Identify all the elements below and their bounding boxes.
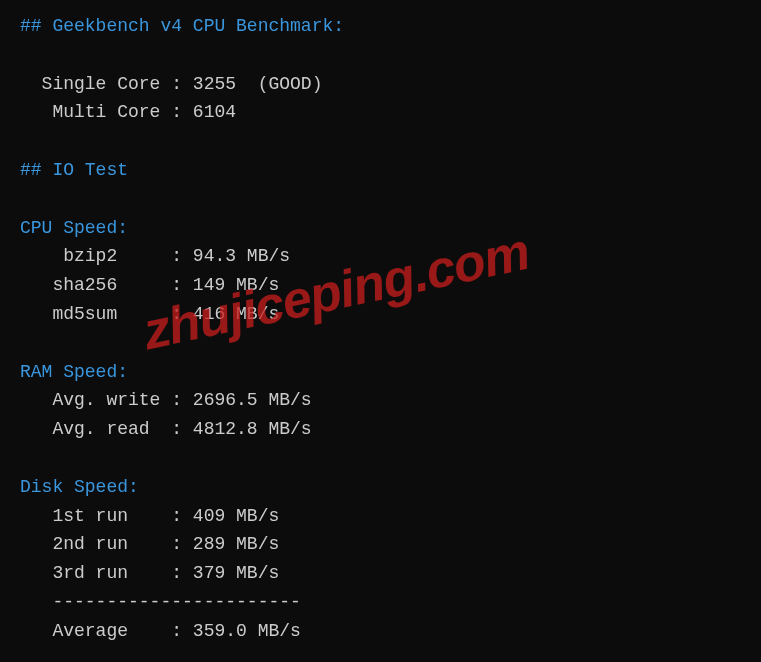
disk-run1-row: 1st run : 409 MB/s [20, 502, 741, 531]
disk-run3-value: 379 MB/s [193, 563, 279, 583]
disk-avg-label: Average : [20, 621, 193, 641]
blank-line [20, 127, 741, 156]
ram-read-value: 4812.8 MB/s [193, 419, 312, 439]
disk-run2-value: 289 MB/s [193, 534, 279, 554]
blank-line [20, 41, 741, 70]
disk-run2-row: 2nd run : 289 MB/s [20, 530, 741, 559]
disk-run1-label: 1st run : [20, 506, 193, 526]
ram-write-row: Avg. write : 2696.5 MB/s [20, 386, 741, 415]
blank-line [20, 185, 741, 214]
bzip2-value: 94.3 MB/s [193, 246, 290, 266]
single-core-row: Single Core : 3255 (GOOD) [20, 70, 741, 99]
ram-read-row: Avg. read : 4812.8 MB/s [20, 415, 741, 444]
geekbench-heading: ## Geekbench v4 CPU Benchmark: [20, 12, 741, 41]
blank-line [20, 444, 741, 473]
cpu-speed-heading: CPU Speed: [20, 214, 741, 243]
multi-core-row: Multi Core : 6104 [20, 98, 741, 127]
bzip2-label: bzip2 : [20, 246, 193, 266]
disk-avg-row: Average : 359.0 MB/s [20, 617, 741, 646]
disk-run3-row: 3rd run : 379 MB/s [20, 559, 741, 588]
md5sum-row: md5sum : 416 MB/s [20, 300, 741, 329]
disk-run2-label: 2nd run : [20, 534, 193, 554]
multi-core-value: 6104 [193, 102, 236, 122]
ram-read-label: Avg. read : [20, 419, 193, 439]
multi-core-label: Multi Core : [20, 102, 193, 122]
blank-line [20, 329, 741, 358]
ram-write-label: Avg. write : [20, 390, 193, 410]
md5sum-value: 416 MB/s [193, 304, 279, 324]
md5sum-label: md5sum : [20, 304, 193, 324]
disk-run1-value: 409 MB/s [193, 506, 279, 526]
sha256-label: sha256 : [20, 275, 193, 295]
ram-speed-heading: RAM Speed: [20, 358, 741, 387]
disk-run3-label: 3rd run : [20, 563, 193, 583]
disk-divider: ----------------------- [20, 588, 741, 617]
sha256-value: 149 MB/s [193, 275, 279, 295]
sha256-row: sha256 : 149 MB/s [20, 271, 741, 300]
disk-speed-heading: Disk Speed: [20, 473, 741, 502]
io-test-heading: ## IO Test [20, 156, 741, 185]
single-core-label: Single Core : [20, 74, 193, 94]
single-core-value: 3255 (GOOD) [193, 74, 323, 94]
disk-avg-value: 359.0 MB/s [193, 621, 301, 641]
ram-write-value: 2696.5 MB/s [193, 390, 312, 410]
bzip2-row: bzip2 : 94.3 MB/s [20, 242, 741, 271]
